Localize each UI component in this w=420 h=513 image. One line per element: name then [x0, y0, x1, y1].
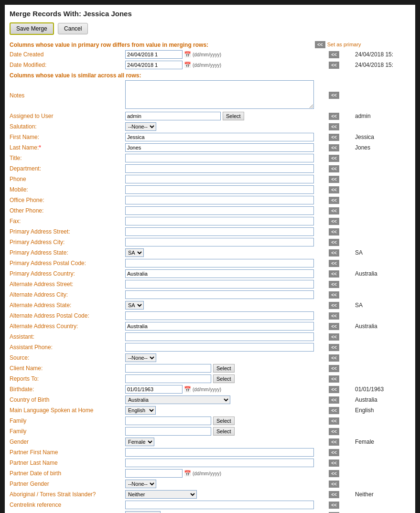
primary-postal-arrow-btn[interactable]: <<: [329, 260, 339, 267]
other-phone-arrow-btn[interactable]: <<: [329, 207, 339, 214]
alt-country-arrow-btn[interactable]: <<: [329, 323, 339, 330]
department-input[interactable]: [125, 164, 314, 173]
reports-to-arrow-btn[interactable]: <<: [329, 375, 339, 383]
date-created-input-col: 📅 (dd/mm/yyyy): [124, 49, 315, 60]
primary-country-input[interactable]: [125, 269, 314, 278]
assigned-user-input[interactable]: [125, 112, 221, 120]
primary-city-arrow-btn[interactable]: <<: [329, 239, 339, 246]
first-name-arrow-btn[interactable]: <<: [329, 134, 339, 141]
partner-first-name-input[interactable]: [125, 448, 314, 457]
centrelink-label: Centrelink reference: [10, 500, 124, 510]
department-arrow-btn[interactable]: <<: [329, 165, 339, 172]
salutation-select[interactable]: --None-- Mr Ms Mrs Dr: [125, 122, 156, 131]
client-name-arrow-btn[interactable]: <<: [329, 365, 339, 372]
alt-postal-label: Alternate Address Postal Code:: [10, 310, 124, 321]
primary-state-arrow-btn[interactable]: <<: [329, 249, 339, 256]
gender-arrow-btn[interactable]: <<: [329, 438, 339, 446]
reports-to-select-btn[interactable]: Select: [213, 374, 235, 383]
first-name-input[interactable]: [125, 133, 314, 141]
gender-select[interactable]: Female Male Other: [125, 438, 154, 446]
date-modified-calendar-icon[interactable]: 📅: [184, 62, 191, 68]
date-created-input[interactable]: [125, 50, 183, 59]
primary-state-select[interactable]: SA: [125, 248, 144, 257]
partner-dob-input[interactable]: [125, 469, 183, 478]
office-phone-input[interactable]: [125, 196, 314, 204]
last-name-arrow-btn[interactable]: <<: [329, 144, 339, 151]
title-arrow-btn[interactable]: <<: [329, 155, 339, 162]
family2-arrow-btn[interactable]: <<: [329, 428, 339, 435]
partner-gender-arrow-btn[interactable]: <<: [329, 481, 339, 488]
notes-arrow-btn[interactable]: <<: [329, 92, 339, 99]
aboriginal-arrow-btn[interactable]: <<: [329, 491, 339, 498]
date-modified-arrow-btn[interactable]: <<: [329, 62, 339, 69]
set-primary-arrow[interactable]: <<: [315, 41, 325, 48]
alt-postal-arrow-btn[interactable]: <<: [329, 312, 339, 320]
partner-gender-select[interactable]: --None-- Male Female: [125, 480, 156, 488]
assistant-phone-arrow-btn[interactable]: <<: [329, 344, 339, 351]
family2-select-btn[interactable]: Select: [213, 427, 235, 436]
source-select[interactable]: --None-- Web Phone Email: [125, 353, 156, 362]
main-language-select[interactable]: English French Spanish: [125, 406, 156, 415]
birthdate-input[interactable]: [125, 385, 183, 394]
source-arrow-btn[interactable]: <<: [329, 354, 339, 362]
phone-arrow-btn[interactable]: <<: [329, 176, 339, 183]
date-modified-input[interactable]: [125, 61, 183, 69]
assigned-user-arrow-btn[interactable]: <<: [329, 113, 339, 120]
centrelink-arrow-btn[interactable]: <<: [329, 502, 339, 509]
country-of-birth-select[interactable]: Australia New Zealand United Kingdom: [125, 395, 230, 404]
family1-input[interactable]: [125, 417, 211, 425]
primary-city-input[interactable]: [125, 238, 314, 246]
partner-last-name-arrow-btn[interactable]: <<: [329, 460, 339, 467]
primary-postal-input[interactable]: [125, 259, 314, 267]
alt-postal-input[interactable]: [125, 311, 314, 320]
last-name-input[interactable]: [125, 143, 314, 152]
primary-street-arrow-btn[interactable]: <<: [329, 228, 339, 235]
family1-arrow-btn[interactable]: <<: [329, 417, 339, 425]
partner-dob-arrow-btn[interactable]: <<: [329, 470, 339, 477]
family1-select-btn[interactable]: Select: [213, 417, 235, 425]
assistant-input[interactable]: [125, 332, 314, 341]
alt-state-select[interactable]: SA: [125, 301, 144, 310]
assistant-arrow-btn[interactable]: <<: [329, 333, 339, 341]
family2-input[interactable]: [125, 427, 211, 436]
mobile-input[interactable]: [125, 185, 314, 194]
partner-last-name-input[interactable]: [125, 459, 314, 467]
primary-country-arrow-btn[interactable]: <<: [329, 270, 339, 278]
save-merge-top-button[interactable]: Save Merge: [10, 22, 54, 35]
reports-to-input[interactable]: [125, 374, 211, 383]
partner-dob-calendar-icon[interactable]: 📅: [184, 470, 191, 477]
set-primary-label: Set as primary: [327, 42, 361, 47]
alt-state-arrow-btn[interactable]: <<: [329, 302, 339, 309]
birthdate-arrow-btn[interactable]: <<: [329, 386, 339, 393]
date-created-arrow-btn[interactable]: <<: [329, 51, 339, 58]
alt-country-input[interactable]: [125, 322, 314, 331]
mobile-arrow-btn[interactable]: <<: [329, 186, 339, 193]
last-name-input-col: [124, 142, 315, 153]
alt-city-input[interactable]: [125, 290, 314, 299]
date-created-calendar-icon[interactable]: 📅: [184, 51, 191, 58]
assistant-phone-input[interactable]: [125, 343, 314, 352]
fax-arrow-btn[interactable]: <<: [329, 218, 339, 225]
client-name-select-btn[interactable]: Select: [213, 364, 235, 373]
notes-textarea[interactable]: [125, 80, 314, 109]
salutation-arrow-btn[interactable]: <<: [329, 123, 339, 130]
fax-input[interactable]: [125, 217, 314, 225]
client-name-input[interactable]: [125, 364, 211, 373]
alt-street-arrow-btn[interactable]: <<: [329, 281, 339, 288]
aboriginal-select[interactable]: Neither Aboriginal Torres Strait Islande…: [125, 490, 197, 499]
birthdate-calendar-icon[interactable]: 📅: [184, 386, 191, 393]
office-phone-arrow-btn[interactable]: <<: [329, 197, 339, 204]
phone-input[interactable]: [125, 175, 314, 183]
region-select[interactable]: Major City Regional Remote: [125, 511, 161, 513]
country-of-birth-arrow-btn[interactable]: <<: [329, 396, 339, 404]
alt-city-arrow-btn[interactable]: <<: [329, 291, 339, 299]
title-input[interactable]: [125, 154, 314, 162]
assigned-user-select-btn[interactable]: Select: [223, 112, 244, 120]
other-phone-input[interactable]: [125, 206, 314, 215]
alt-street-input[interactable]: [125, 280, 314, 289]
centrelink-input[interactable]: [125, 501, 314, 509]
primary-street-input[interactable]: [125, 227, 314, 236]
main-language-arrow-btn[interactable]: <<: [329, 407, 339, 414]
cancel-top-button[interactable]: Cancel: [58, 23, 88, 34]
partner-first-name-arrow-btn[interactable]: <<: [329, 449, 339, 456]
